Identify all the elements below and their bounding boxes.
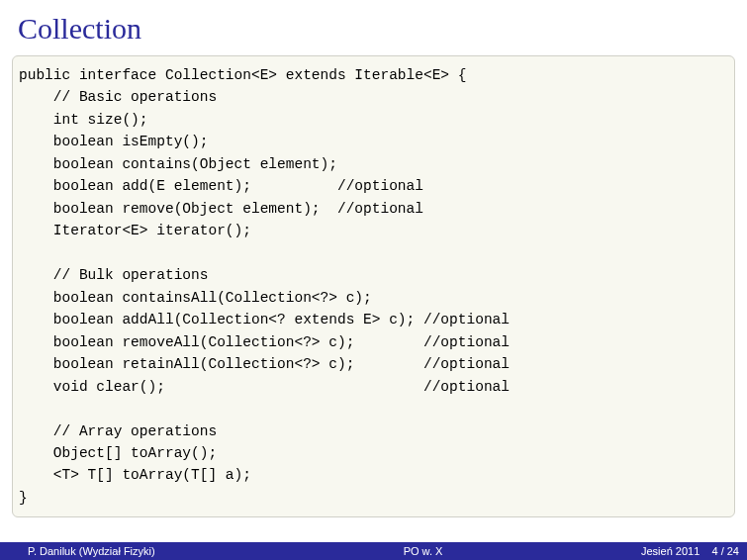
code-line: Iterator<E> iterator(); [19, 223, 251, 238]
code-line: // Bulk operations [19, 267, 208, 283]
footer-course: PO w. X [257, 545, 589, 557]
code-line: boolean addAll(Collection<? extends E> c… [19, 312, 510, 327]
code-line: boolean isEmpty(); [19, 134, 208, 149]
code-line: boolean retainAll(Collection<?> c); //op… [19, 356, 510, 372]
code-line: boolean containsAll(Collection<?> c); [19, 290, 372, 306]
code-line: int size(); [19, 112, 148, 128]
code-line: boolean contains(Object element); [19, 156, 337, 172]
code-line: void clear(); //optional [19, 379, 510, 395]
code-line: // Array operations [19, 423, 217, 439]
code-line: Object[] toArray(); [19, 445, 217, 461]
code-line: boolean removeAll(Collection<?> c); //op… [19, 334, 510, 350]
code-line: } [19, 490, 28, 506]
footer-term: Jesień 2011 [641, 545, 700, 557]
code-line: <T> T[] toArray(T[] a); [19, 467, 251, 483]
page-current: 4 [712, 545, 718, 557]
code-line: boolean remove(Object element); //option… [19, 201, 423, 217]
code-line: boolean add(E element); //optional [19, 178, 423, 194]
footer-author: P. Daniluk (Wydział Fizyki) [0, 545, 257, 557]
code-line: // Basic operations [19, 89, 217, 105]
footer-right: Jesień 2011 4/24 [589, 545, 747, 557]
code-line: public interface Collection<E> extends I… [19, 67, 466, 83]
slide-title: Collection [0, 0, 747, 55]
page-separator: / [718, 545, 727, 557]
code-block: public interface Collection<E> extends I… [12, 55, 735, 517]
slide-footer: P. Daniluk (Wydział Fizyki) PO w. X Jesi… [0, 542, 747, 560]
page-total: 24 [727, 545, 739, 557]
